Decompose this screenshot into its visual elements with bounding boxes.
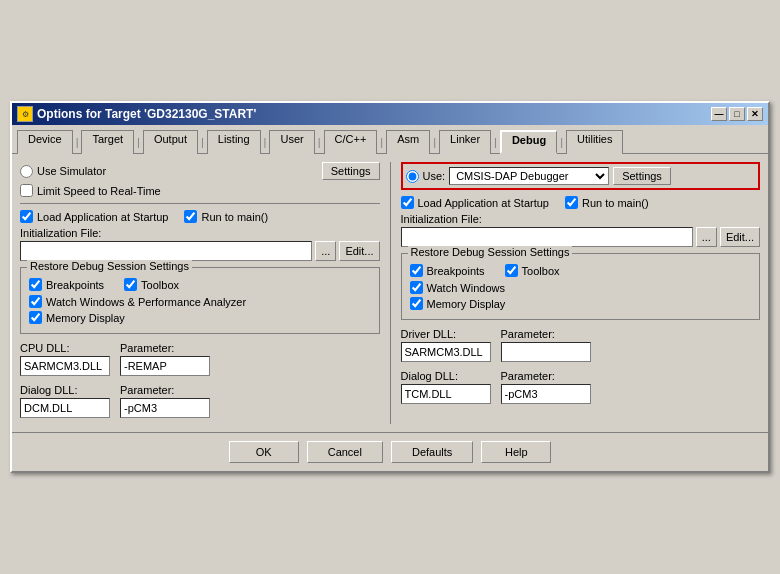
right-load-app-checkbox[interactable] <box>401 196 414 209</box>
right-load-run-row: Load Application at Startup Run to main(… <box>401 196 761 209</box>
right-restore-group-title: Restore Debug Session Settings <box>408 246 573 258</box>
right-init-file-input[interactable] <box>401 227 693 247</box>
right-driver-param-input[interactable] <box>501 342 591 362</box>
left-run-main-text: Run to main() <box>201 211 268 223</box>
left-load-app-checkbox[interactable] <box>20 210 33 223</box>
tab-debug[interactable]: Debug <box>500 130 557 154</box>
right-memory-display-checkbox[interactable] <box>410 297 423 310</box>
right-driver-param-label: Parameter: <box>501 328 591 340</box>
left-dialog-dll-section: Dialog DLL: Parameter: <box>20 384 380 418</box>
use-simulator-radio-label[interactable]: Use Simulator <box>20 165 106 178</box>
right-use-radio[interactable] <box>406 170 419 183</box>
left-memory-display-checkbox[interactable] <box>29 311 42 324</box>
right-driver-dll-input[interactable] <box>401 342 491 362</box>
left-toolbox-checkbox[interactable] <box>124 278 137 291</box>
left-watch-windows-checkbox[interactable] <box>29 295 42 308</box>
limit-speed-checkbox[interactable] <box>20 184 33 197</box>
left-init-file-label: Initialization File: <box>20 227 380 239</box>
tab-user[interactable]: User <box>269 130 314 154</box>
right-memory-display-label[interactable]: Memory Display <box>410 297 506 310</box>
tab-cc[interactable]: C/C++ <box>324 130 378 154</box>
left-watch-windows-label[interactable]: Watch Windows & Performance Analyzer <box>29 295 246 308</box>
left-breakpoints-checkbox[interactable] <box>29 278 42 291</box>
use-simulator-radio[interactable] <box>20 165 33 178</box>
limit-speed-label[interactable]: Limit Speed to Real-Time <box>20 184 161 197</box>
right-column: Use: CMSIS-DAP DebuggerJ-LINK / J-TRACE … <box>401 162 761 424</box>
window-title: Options for Target 'GD32130G_START' <box>37 107 256 121</box>
left-breakpoints-label[interactable]: Breakpoints <box>29 278 104 291</box>
right-breakpoints-label[interactable]: Breakpoints <box>410 264 485 277</box>
right-watch-windows-label[interactable]: Watch Windows <box>410 281 505 294</box>
left-watch-windows-text: Watch Windows & Performance Analyzer <box>46 296 246 308</box>
right-toolbox-label[interactable]: Toolbox <box>505 264 560 277</box>
ok-button[interactable]: OK <box>229 441 299 463</box>
vertical-divider <box>390 162 391 424</box>
left-column: Use Simulator Settings Limit Speed to Re… <box>20 162 380 424</box>
left-load-app-label[interactable]: Load Application at Startup <box>20 210 168 223</box>
left-init-file-input[interactable] <box>20 241 312 261</box>
right-breakpoints-text: Breakpoints <box>427 265 485 277</box>
left-edit-button[interactable]: Edit... <box>339 241 379 261</box>
left-cpu-dll-label: CPU DLL: <box>20 342 110 354</box>
defaults-button[interactable]: Defaults <box>391 441 473 463</box>
help-button[interactable]: Help <box>481 441 551 463</box>
left-dialog-dll-input[interactable] <box>20 398 110 418</box>
window-icon: ⚙ <box>17 106 33 122</box>
right-load-app-label[interactable]: Load Application at Startup <box>401 196 549 209</box>
left-cpu-dll-input[interactable] <box>20 356 110 376</box>
content-area: Use Simulator Settings Limit Speed to Re… <box>12 153 768 432</box>
right-toolbox-checkbox[interactable] <box>505 264 518 277</box>
right-run-main-checkbox[interactable] <box>565 196 578 209</box>
tab-listing[interactable]: Listing <box>207 130 261 154</box>
left-restore-group-title: Restore Debug Session Settings <box>27 260 192 272</box>
left-dialog-dll-label: Dialog DLL: <box>20 384 110 396</box>
left-cpu-dll-section: CPU DLL: Parameter: <box>20 342 380 376</box>
left-dialog-param-label: Parameter: <box>120 384 210 396</box>
maximize-button[interactable]: □ <box>729 107 745 121</box>
right-init-file-label: Initialization File: <box>401 213 761 225</box>
right-dialog-param-label: Parameter: <box>501 370 591 382</box>
debugger-select[interactable]: CMSIS-DAP DebuggerJ-LINK / J-TRACE Corte… <box>449 167 609 185</box>
left-run-main-label[interactable]: Run to main() <box>184 210 268 223</box>
cancel-button[interactable]: Cancel <box>307 441 383 463</box>
close-button[interactable]: ✕ <box>747 107 763 121</box>
right-watch-windows-checkbox[interactable] <box>410 281 423 294</box>
tab-utilities[interactable]: Utilities <box>566 130 623 154</box>
tab-linker[interactable]: Linker <box>439 130 491 154</box>
right-driver-dll-section: Driver DLL: Parameter: <box>401 328 761 362</box>
minimize-button[interactable]: — <box>711 107 727 121</box>
left-load-app-text: Load Application at Startup <box>37 211 168 223</box>
tab-output[interactable]: Output <box>143 130 198 154</box>
right-dialog-param-input[interactable] <box>501 384 591 404</box>
left-cpu-param-input[interactable] <box>120 356 210 376</box>
right-driver-dll-label: Driver DLL: <box>401 328 491 340</box>
right-breakpoints-checkbox[interactable] <box>410 264 423 277</box>
use-simulator-label: Use Simulator <box>37 165 106 177</box>
right-watch-windows-text: Watch Windows <box>427 282 505 294</box>
left-breakpoints-text: Breakpoints <box>46 279 104 291</box>
title-buttons: — □ ✕ <box>711 107 763 121</box>
left-settings-button[interactable]: Settings <box>322 162 380 180</box>
left-load-run-row: Load Application at Startup Run to main(… <box>20 210 380 223</box>
right-edit-button[interactable]: Edit... <box>720 227 760 247</box>
tab-device[interactable]: Device <box>17 130 73 154</box>
tab-bar: Device | Target | Output | Listing | Use… <box>12 125 768 153</box>
left-browse-button[interactable]: ... <box>315 241 336 261</box>
left-dialog-param-input[interactable] <box>120 398 210 418</box>
title-bar-left: ⚙ Options for Target 'GD32130G_START' <box>17 106 256 122</box>
left-run-main-checkbox[interactable] <box>184 210 197 223</box>
simulator-row: Use Simulator Settings <box>20 162 380 180</box>
left-memory-display-text: Memory Display <box>46 312 125 324</box>
right-dialog-dll-input[interactable] <box>401 384 491 404</box>
main-window: ⚙ Options for Target 'GD32130G_START' — … <box>10 101 770 473</box>
left-toolbox-label[interactable]: Toolbox <box>124 278 179 291</box>
right-browse-button[interactable]: ... <box>696 227 717 247</box>
tab-asm[interactable]: Asm <box>386 130 430 154</box>
left-init-file-row: ... Edit... <box>20 241 380 261</box>
tab-target[interactable]: Target <box>81 130 134 154</box>
right-run-main-label[interactable]: Run to main() <box>565 196 649 209</box>
left-memory-display-label[interactable]: Memory Display <box>29 311 125 324</box>
right-settings-button[interactable]: Settings <box>613 167 671 185</box>
two-column-layout: Use Simulator Settings Limit Speed to Re… <box>20 162 760 424</box>
right-use-row: Use: CMSIS-DAP DebuggerJ-LINK / J-TRACE … <box>401 162 761 190</box>
